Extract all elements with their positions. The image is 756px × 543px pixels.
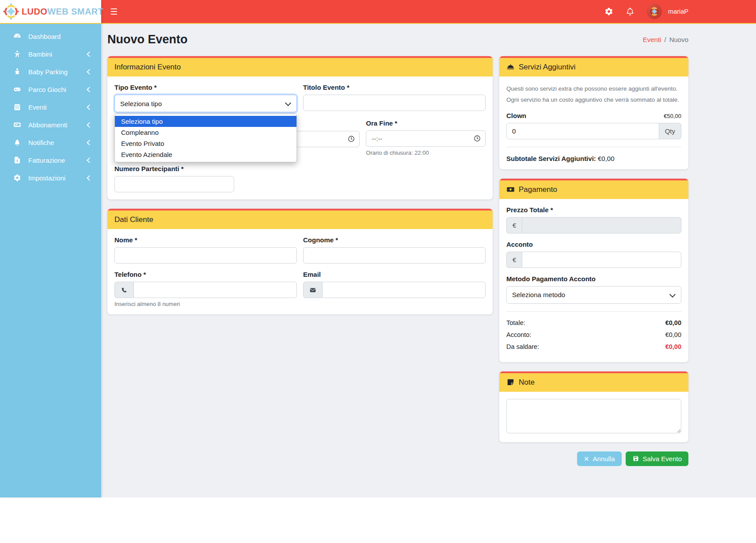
form-actions: ✕ Annulla Salva Evento: [499, 451, 688, 466]
card-title: Note: [519, 378, 535, 387]
sidebar-item-baby-parking[interactable]: Baby Parking: [0, 63, 101, 80]
servizi-subtotal: Subtotale Servizi Aggiuntivi: €0,00: [506, 155, 681, 162]
card-header: Informazioni Evento: [107, 58, 493, 76]
dropdown-option-compleanno[interactable]: Compleanno: [115, 127, 296, 138]
ora-fine-help: Orario di chiusura: 22:00: [366, 149, 486, 156]
sidebar-item-notifiche[interactable]: Notifiche: [0, 134, 101, 151]
page-title: Nuovo Evento: [107, 33, 188, 46]
subtotal-value: €0,00: [598, 155, 615, 162]
dropdown-option-evento-aziendale[interactable]: Evento Aziendale: [115, 149, 296, 160]
chevron-down-icon: [285, 100, 291, 106]
tipo-evento-dropdown: Seleziona tipo Compleanno Evento Privato…: [114, 114, 297, 162]
sidebar-item-label: Dashboard: [28, 33, 61, 40]
acconto-row-label: Acconto:: [506, 331, 531, 338]
service-price: €50,00: [664, 113, 681, 119]
titolo-evento-input[interactable]: [303, 95, 486, 111]
sidebar-item-label: Abbonamenti: [28, 121, 67, 129]
service-name: Clown: [506, 112, 526, 119]
card-header: Dati Cliente: [107, 210, 493, 229]
baby-icon: [13, 68, 21, 76]
brand-logo[interactable]: LUDOWEB SMART: [0, 0, 101, 24]
card-pagamento: Pagamento Prezzo Totale * € Acconto: [499, 179, 688, 362]
card-title: Informazioni Evento: [114, 63, 181, 72]
sidebar-item-eventi[interactable]: Eventi: [0, 98, 101, 116]
acconto-label: Acconto: [506, 241, 681, 248]
sidebar-item-parco-giochi[interactable]: Parco Giochi: [0, 80, 101, 98]
prezzo-totale-input[interactable]: [522, 217, 681, 233]
acconto-input[interactable]: [522, 252, 681, 268]
card-icon: [13, 121, 21, 129]
sidebar-item-label: Parco Giochi: [28, 86, 66, 93]
avatar[interactable]: [647, 4, 662, 19]
nome-label: Nome *: [114, 236, 297, 244]
metodo-selected-value: Seleziona metodo: [512, 291, 565, 298]
phone-icon: [114, 282, 133, 298]
content: Nuovo Evento Eventi/Nuovo Informazioni E…: [101, 24, 756, 497]
dropdown-option-evento-privato[interactable]: Evento Privato: [115, 138, 296, 149]
save-button-label: Salva Evento: [643, 455, 682, 463]
card-title: Pagamento: [519, 185, 557, 194]
envelope-icon: [303, 282, 322, 298]
telefono-help: Inserisci almeno 8 numeri: [114, 301, 297, 307]
dropdown-option-seleziona-tipo[interactable]: Seleziona tipo: [115, 116, 296, 127]
ora-fine-input[interactable]: [366, 130, 486, 147]
sidebar-item-impostazioni[interactable]: Impostazioni: [0, 169, 101, 187]
gamepad-icon: [13, 85, 21, 93]
acconto-row-value: €0,00: [665, 331, 681, 338]
email-input[interactable]: [322, 282, 486, 298]
sidebar-item-dashboard[interactable]: Dashboard: [0, 27, 101, 45]
bell-icon[interactable]: [626, 7, 634, 16]
chevron-left-icon: [87, 104, 92, 110]
chevron-down-icon: [669, 291, 676, 298]
username[interactable]: mariaP: [668, 8, 688, 15]
chevron-left-icon: [87, 87, 92, 92]
gear-icon[interactable]: [604, 7, 613, 16]
service-qty-input[interactable]: [506, 123, 659, 139]
prezzo-totale-label: Prezzo Totale *: [506, 206, 681, 214]
chevron-left-icon: [87, 175, 92, 181]
sidebar-item-label: Notifiche: [28, 139, 54, 146]
chevron-left-icon: [87, 51, 92, 57]
chevron-left-icon: [87, 157, 92, 163]
breadcrumb-link-eventi[interactable]: Eventi: [643, 36, 661, 43]
sidebar: LUDOWEB SMART Dashboard Bambini Ba: [0, 0, 101, 497]
ora-fine-label: Ora Fine *: [366, 119, 486, 127]
servizi-description: Questi sono servizi extra che possono es…: [506, 84, 681, 106]
sidebar-item-fatturazione[interactable]: $ Fatturazione: [0, 151, 101, 169]
numero-partecipanti-input[interactable]: [114, 176, 234, 192]
x-icon: ✕: [584, 455, 589, 462]
topbar: ☰ mariaP: [101, 0, 756, 24]
nome-input[interactable]: [114, 247, 297, 264]
save-icon: [632, 455, 639, 462]
sidebar-item-bambini[interactable]: Bambini: [0, 45, 101, 63]
email-label: Email: [303, 271, 486, 278]
card-title: Dati Cliente: [114, 215, 153, 224]
sidebar-item-abbonamenti[interactable]: Abbonamenti: [0, 116, 101, 134]
totale-row: Totale: €0,00: [506, 319, 681, 326]
tipo-evento-label: Tipo Evento *: [114, 84, 297, 91]
cancel-button[interactable]: ✕ Annulla: [577, 451, 622, 466]
metodo-pagamento-select[interactable]: Seleziona metodo: [506, 286, 681, 304]
card-header: Servizi Aggiuntivi: [499, 58, 688, 76]
cancel-button-label: Annulla: [593, 455, 615, 463]
sidebar-item-label: Bambini: [28, 50, 52, 58]
gear-icon: [13, 174, 21, 182]
dashboard-icon: [13, 32, 21, 40]
telefono-input[interactable]: [133, 282, 297, 298]
euro-addon: €: [506, 217, 522, 233]
tipo-evento-select[interactable]: Seleziona tipo: [114, 95, 297, 112]
titolo-evento-label: Titolo Evento *: [303, 84, 486, 91]
chevron-left-icon: [87, 69, 92, 75]
card-servizi-aggiuntivi: Servizi Aggiuntivi Questi sono servizi e…: [499, 56, 688, 169]
brand-name: LUDOWEB SMART: [22, 7, 103, 17]
euro-addon: €: [506, 252, 522, 268]
da-saldare-row: Da saldare: €0,00: [506, 343, 681, 350]
save-button[interactable]: Salva Evento: [626, 451, 688, 466]
note-textarea[interactable]: [506, 399, 681, 433]
cognome-input[interactable]: [303, 247, 486, 264]
cloche-icon: [506, 63, 515, 72]
chevron-left-icon: [87, 122, 92, 128]
main-area: ☰ mariaP: [101, 0, 756, 497]
menu-icon[interactable]: ☰: [110, 8, 118, 16]
money-icon: [506, 185, 515, 194]
